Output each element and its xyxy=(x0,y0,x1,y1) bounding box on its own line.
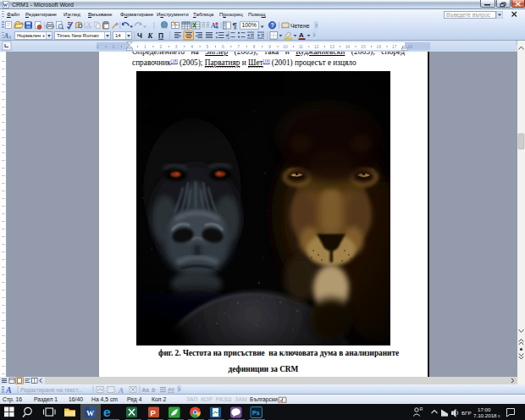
svg-text:A: A xyxy=(118,386,124,395)
svg-text:14: 14 xyxy=(345,44,351,49)
svg-text:15: 15 xyxy=(361,44,366,49)
svg-text:7.10.2018 г.: 7.10.2018 г. xyxy=(473,412,501,418)
svg-text:2: 2 xyxy=(159,44,162,49)
svg-text:100%: 100% xyxy=(242,22,257,28)
svg-text:AV: AV xyxy=(168,387,174,392)
svg-text:П: П xyxy=(158,31,163,40)
svg-text:¶: ¶ xyxy=(233,20,237,30)
svg-text:4: 4 xyxy=(191,44,193,49)
svg-text:e: e xyxy=(103,405,111,419)
svg-text:9: 9 xyxy=(268,44,271,49)
svg-text:A: A xyxy=(8,35,12,40)
svg-text:5: 5 xyxy=(207,44,209,49)
svg-text:10: 10 xyxy=(283,44,288,49)
svg-text:A: A xyxy=(5,385,12,395)
svg-text:W: W xyxy=(86,409,94,417)
svg-text:Четене: Четене xyxy=(290,23,310,29)
svg-text:2: 2 xyxy=(97,44,99,49)
svg-text:12: 12 xyxy=(314,44,319,49)
svg-text:18: 18 xyxy=(407,44,412,49)
svg-text:11: 11 xyxy=(299,44,303,49)
svg-text:16: 16 xyxy=(377,44,382,49)
svg-text:3: 3 xyxy=(175,44,178,49)
svg-text:13: 13 xyxy=(329,44,334,49)
svg-text:8: 8 xyxy=(253,44,256,49)
svg-text:1: 1 xyxy=(113,44,115,49)
svg-text:2: 2 xyxy=(228,36,230,40)
svg-text:1: 1 xyxy=(144,44,146,49)
svg-text:Ps: Ps xyxy=(252,410,260,416)
svg-text:6: 6 xyxy=(222,44,224,49)
svg-text:A: A xyxy=(299,31,304,39)
svg-text:Ч: Ч xyxy=(137,31,142,40)
svg-text:Аа: Аа xyxy=(142,387,150,393)
svg-text:P: P xyxy=(151,408,157,417)
svg-text:?: ? xyxy=(271,22,274,28)
svg-text:17: 17 xyxy=(392,44,397,49)
svg-text:17:00: 17:00 xyxy=(478,406,491,412)
svg-text:К: К xyxy=(147,32,154,40)
svg-text:A: A xyxy=(211,22,216,30)
svg-text:БГР: БГР xyxy=(461,410,472,416)
svg-text:b: b xyxy=(152,387,156,393)
svg-text:7: 7 xyxy=(237,44,240,49)
svg-text:R: R xyxy=(420,406,423,412)
